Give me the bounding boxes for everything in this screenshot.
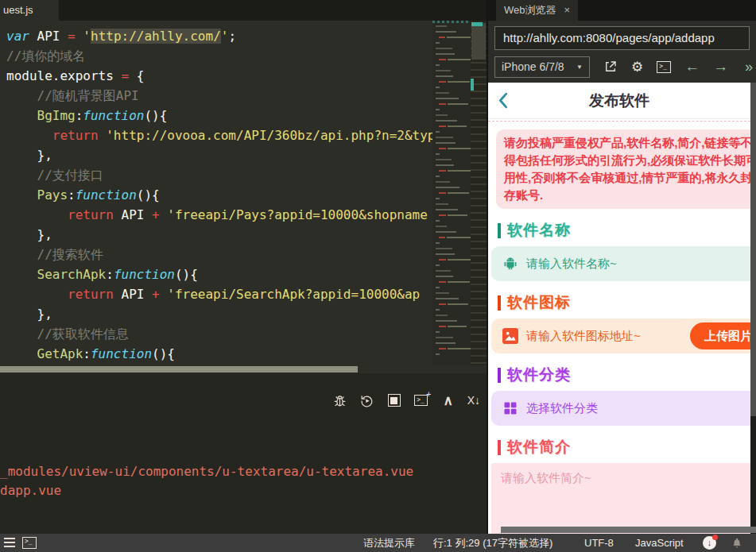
console-output: _modules/uview-ui/components/u-textarea/… [0,462,487,500]
code-line: }, [6,225,487,245]
minimap-line [439,148,471,149]
minimap-line [436,298,471,299]
minimap-line [436,164,471,166]
open-external-icon[interactable] [603,60,618,74]
hbuilderx-window: uest.js var API = 'http://ahlly.com/';//… [0,0,756,552]
minimap-selection-marker [471,22,483,26]
dashed-divider [488,121,750,122]
minimap-line [436,176,471,177]
minimap-line [436,337,471,338]
terminal-icon[interactable]: >_ [657,61,671,73]
close-icon[interactable]: × [564,0,571,21]
notification-dot [712,535,718,540]
section-title-text: 软件分类 [507,365,571,385]
minimap-line [439,37,471,38]
back-chevron-icon[interactable] [498,92,508,112]
section-input[interactable]: 请输入软件图标地址~上传图片 [491,318,750,353]
minimap-line [436,98,471,99]
minimap-line [436,353,471,355]
textarea-placeholder: 请输入软件简介~ [501,471,591,484]
section-title: 软件名称 [498,220,750,241]
code-line: }, [6,145,487,165]
stop-icon[interactable] [386,392,402,408]
statusbar-terminal-icon[interactable]: >_ [22,537,37,549]
minimap-line [436,203,471,205]
editor-scrollbar-thumb[interactable] [471,23,486,60]
new-terminal-icon[interactable]: >_+ [413,392,429,408]
minimap-line [436,253,471,255]
section-input[interactable]: 选择软件分类 [491,391,750,426]
minimap-line [436,209,471,210]
back-arrow-icon[interactable]: ← [684,58,700,75]
section-title-bar [498,295,501,311]
editor-vertical-scrollbar[interactable] [471,21,487,365]
editor-hscroll-thumb[interactable] [0,366,358,373]
more-tools-icon[interactable]: » [745,59,753,75]
update-download-icon[interactable]: ↓ [703,536,716,550]
clear-console-icon[interactable]: X↓ [467,392,480,408]
debug-bug-icon[interactable] [332,392,348,408]
restart-debug-icon[interactable] [359,392,375,408]
minimap-line [439,281,471,283]
preview-horizontal-scrollbar[interactable] [501,527,756,533]
minimap-line [436,120,471,122]
minimap-line [436,87,471,88]
editor-tab-request-js[interactable]: uest.js [0,0,59,21]
code-editor[interactable]: var API = 'http://ahlly.com/';//填你的域名mod… [0,21,487,373]
upload-image-button[interactable]: 上传图片 [690,322,750,349]
syntax-library-status[interactable]: 语法提示库 [363,534,415,552]
language-mode-status[interactable]: JavaScript [635,534,684,552]
bell-icon[interactable] [731,537,742,551]
forward-arrow-icon[interactable]: → [713,58,728,75]
gear-icon[interactable]: ⚙ [631,59,643,75]
minimap-line [439,326,471,327]
encoding-status[interactable]: UTF-8 [584,534,614,552]
minimap-line [436,70,471,71]
phone-preview: 发布软件 请勿投稿严重侵权产品,软件名称,简介,链接等不得包括任何形式的引流行为… [488,83,750,534]
code-line: Pays:function(){ [6,185,487,205]
code-line: //获取软件信息 [6,324,487,344]
minimap-line [436,287,471,288]
section-input[interactable]: 请输入软件名称~ [491,246,750,281]
console-file-link[interactable]: dapp.vue [0,481,487,500]
minimap-line [436,226,471,227]
section-title-bar [498,223,501,238]
preview-vscroll-thumb[interactable] [750,83,756,416]
form-sections: 软件名称请输入软件名称~软件图标请输入软件图标地址~上传图片软件分类选择软件分类… [488,220,750,534]
browser-tab[interactable]: Web浏览器 × [496,0,578,21]
url-input[interactable]: http://ahlly.com:8080/pages/app/addapp [494,26,750,50]
section-title: 软件图标 [498,292,750,313]
minimap-line [436,270,471,272]
minimap-line [436,342,471,344]
intro-textarea[interactable]: 请输入软件简介~ [491,463,750,534]
browser-tab-label: Web浏览器 [504,0,556,21]
section-title: 软件简介 [498,437,750,457]
code-line: module.exports = { [6,66,487,86]
minimap-line [436,292,471,294]
preview-vertical-scrollbar[interactable] [750,83,756,534]
editor-tabbar: uest.js [0,0,487,21]
console-file-link[interactable]: _modules/uview-ui/components/u-textarea/… [0,462,487,481]
web-browser-panel: Web浏览器 × http://ahlly.com:8080/pages/app… [488,0,756,534]
minimap-line [439,237,471,238]
status-bar: >_ 语法提示库 行:1 列:29 (17字符被选择) UTF-8 JavaSc… [0,534,756,552]
collapse-panel-icon[interactable]: ∧ [440,392,456,408]
minimap-line [436,153,471,155]
console-panel: >_+ ∧ X↓ _modules/uview-ui/components/u-… [0,373,487,534]
code-line: return API + 'freeapi/Pays?appid=10000&s… [6,205,487,225]
minimap-line [436,114,471,116]
code-line: //填你的域名 [6,46,487,66]
minimap-line [436,31,471,33]
form-section: 软件分类选择软件分类 [488,365,750,426]
cursor-position-status[interactable]: 行:1 列:29 (17字符被选择) [433,534,552,552]
minimap-line [439,214,471,216]
editor-horizontal-scrollbar[interactable] [0,365,471,373]
minimap-line [436,75,471,77]
device-select-value: iPhone 6/7/8 [502,60,564,73]
minimap-line [439,59,471,60]
device-select[interactable]: iPhone 6/7/8 ▼ [494,56,590,78]
editor-minimap[interactable] [432,21,471,365]
code-line: //搜索软件 [6,245,487,264]
minimap-line [439,170,471,172]
menu-lines-icon[interactable] [4,538,15,547]
